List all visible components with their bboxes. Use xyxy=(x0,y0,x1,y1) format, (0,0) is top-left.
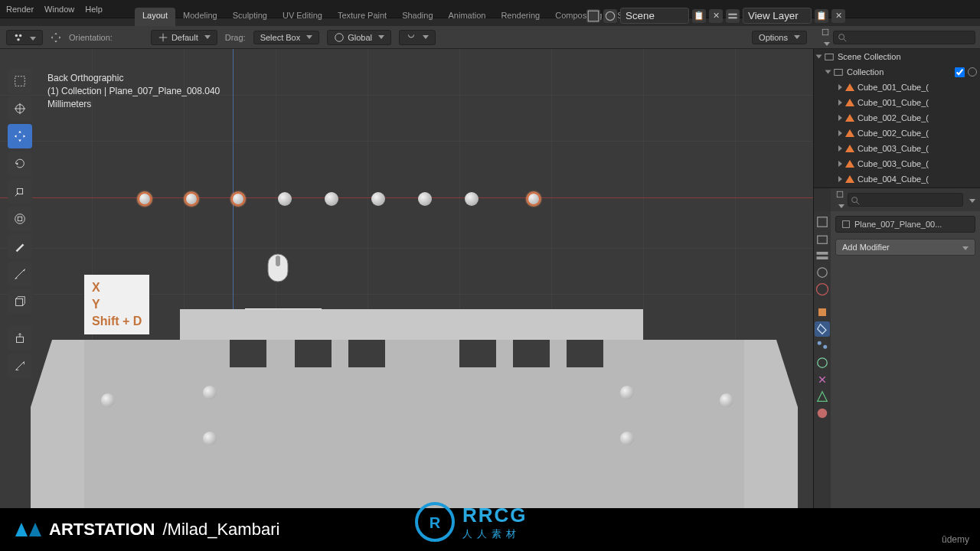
svg-point-46 xyxy=(818,341,822,345)
sphere-object[interactable] xyxy=(325,192,338,206)
active-object-field[interactable]: Plane_007_Plane_00... xyxy=(835,216,975,233)
sphere-object[interactable] xyxy=(138,192,152,206)
tab-shading[interactable]: Shading xyxy=(394,8,440,26)
collection-path: (1) Collection | Plane_007_Plane_008.040 xyxy=(47,85,220,98)
properties-options-icon[interactable] xyxy=(966,195,975,204)
outliner-item-label: Cube_001_Cube_( xyxy=(858,83,929,92)
view-layer-icon[interactable] xyxy=(726,9,740,23)
annotate-tool[interactable] xyxy=(8,234,32,259)
sphere-object-active[interactable] xyxy=(527,192,541,206)
mode-select[interactable] xyxy=(6,30,43,45)
measure-tool[interactable] xyxy=(8,262,32,286)
add-modifier-dropdown[interactable]: Add Modifier xyxy=(835,239,975,256)
ptab-render[interactable] xyxy=(815,214,830,230)
new-scene-icon[interactable]: 📋 xyxy=(692,9,706,23)
artstation-label: ARTSTATION xyxy=(49,520,155,540)
view-layer-input[interactable] xyxy=(743,8,812,24)
snap-dropdown[interactable] xyxy=(399,30,436,45)
shear-tool[interactable] xyxy=(8,354,32,378)
transform-value: Global xyxy=(348,33,372,42)
ptab-viewlayer[interactable] xyxy=(815,248,830,263)
new-viewlayer-icon[interactable]: 📋 xyxy=(815,9,828,23)
tab-texturepaint[interactable]: Texture Paint xyxy=(330,8,394,26)
tab-rendering[interactable]: Rendering xyxy=(493,8,547,26)
sphere-object[interactable] xyxy=(231,192,245,206)
tab-animation[interactable]: Animation xyxy=(441,8,494,26)
3d-viewport[interactable]: Back Orthographic (1) Collection | Plane… xyxy=(0,49,813,508)
extrude-tool[interactable] xyxy=(8,326,32,350)
ptab-modifier[interactable] xyxy=(815,321,830,337)
scale-tool[interactable] xyxy=(8,179,32,204)
menu-help[interactable]: Help xyxy=(85,5,103,14)
ptab-data[interactable] xyxy=(815,389,830,404)
sphere-object[interactable] xyxy=(185,192,198,206)
orientation-dropdown[interactable]: Default xyxy=(151,30,217,45)
drag-dropdown[interactable]: Select Box xyxy=(253,31,320,44)
outliner-item[interactable]: Cube_001_Cube_( xyxy=(814,95,980,110)
properties-editor-type[interactable] xyxy=(835,190,844,210)
browse-scene-icon[interactable] xyxy=(586,9,600,23)
sphere-object[interactable] xyxy=(278,192,292,206)
ptab-physics[interactable] xyxy=(815,355,830,370)
properties-tabs xyxy=(814,211,831,508)
ptab-scene[interactable] xyxy=(815,265,830,280)
svg-point-1 xyxy=(606,11,614,20)
tab-uvediting[interactable]: UV Editing xyxy=(275,8,330,26)
delete-scene-icon[interactable]: ✕ xyxy=(709,9,723,23)
outliner-collection[interactable]: Collection xyxy=(814,64,980,80)
add-cube-tool[interactable] xyxy=(8,289,32,314)
mesh-icon xyxy=(845,129,854,137)
ptab-output[interactable] xyxy=(815,231,830,246)
ptab-particles[interactable] xyxy=(815,338,830,354)
ptab-material[interactable] xyxy=(815,406,830,421)
udemy-label: ûdemy xyxy=(942,534,969,545)
outliner-item[interactable]: Cube_003_Cube_( xyxy=(814,156,980,171)
outliner-item[interactable]: Cube_002_Cube_( xyxy=(814,110,980,126)
svg-rect-10 xyxy=(822,29,828,35)
ptab-constraints[interactable] xyxy=(815,372,830,387)
move-tool[interactable] xyxy=(8,124,32,148)
tab-layout[interactable]: Layout xyxy=(135,8,175,26)
sphere-object[interactable] xyxy=(371,192,385,206)
outliner-item[interactable]: Cube_003_Cube_( xyxy=(814,141,980,156)
transform-orientation[interactable]: Global xyxy=(327,30,391,45)
rotate-tool[interactable] xyxy=(8,152,32,176)
outliner-item[interactable]: Cube_001_Cube_( xyxy=(814,80,980,95)
svg-rect-39 xyxy=(818,217,828,227)
delete-viewlayer-icon[interactable]: ✕ xyxy=(831,9,845,23)
options-dropdown[interactable]: Options xyxy=(752,31,807,44)
svg-rect-0 xyxy=(588,11,599,21)
outliner-item-label: Cube_001_Cube_( xyxy=(858,98,929,107)
select-box-tool[interactable] xyxy=(8,69,32,93)
visibility-toggle[interactable] xyxy=(968,67,977,77)
outliner-scene-collection[interactable]: Scene Collection xyxy=(814,49,980,64)
outliner-item-label: Cube_004_Cube_( xyxy=(858,174,929,184)
scene-icon[interactable] xyxy=(603,9,617,23)
transform-tool[interactable] xyxy=(8,207,32,231)
svg-point-4 xyxy=(15,34,18,37)
outliner-item[interactable]: Cube_002_Cube_( xyxy=(814,126,980,141)
svg-point-43 xyxy=(818,268,828,278)
outliner-item-label: Cube_003_Cube_( xyxy=(858,159,929,168)
tab-modeling[interactable]: Modeling xyxy=(175,8,225,26)
outliner-search[interactable] xyxy=(833,31,975,44)
collection-checkbox[interactable] xyxy=(955,67,965,77)
viewport-header: Orientation: Default Drag: Select Box Gl… xyxy=(0,26,813,49)
move-header-icon[interactable] xyxy=(51,32,61,43)
sphere-object[interactable] xyxy=(465,192,479,206)
mesh-icon xyxy=(845,145,854,152)
cursor-tool[interactable] xyxy=(8,96,32,121)
svg-rect-42 xyxy=(817,256,828,259)
ptab-world[interactable] xyxy=(815,282,830,297)
ptab-object[interactable] xyxy=(815,305,830,320)
menu-window[interactable]: Window xyxy=(44,5,74,14)
outliner[interactable]: Scene Collection Collection Cube_001_Cub… xyxy=(814,49,980,188)
outliner-filter-icon[interactable] xyxy=(821,28,830,47)
tab-sculpting[interactable]: Sculpting xyxy=(225,8,275,26)
svg-rect-40 xyxy=(818,236,828,243)
outliner-item[interactable]: Cube_004_Cube_( xyxy=(814,171,980,187)
scene-name-input[interactable] xyxy=(620,8,689,24)
sphere-object[interactable] xyxy=(418,192,432,206)
menu-render[interactable]: Render xyxy=(6,5,34,14)
properties-search[interactable] xyxy=(848,193,963,207)
